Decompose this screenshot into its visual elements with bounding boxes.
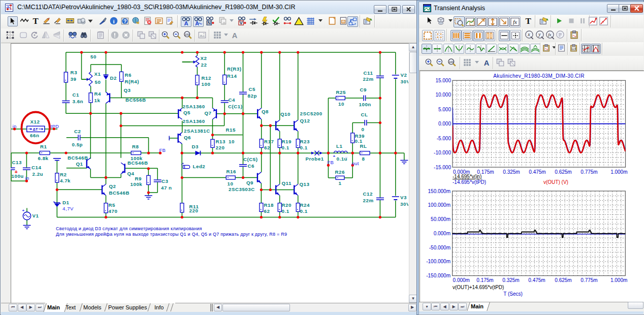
svg-text:100.000m: 100.000m: [428, 202, 450, 208]
svg-text:Q6: Q6: [184, 135, 191, 140]
svg-text:4,7V: 4,7V: [62, 206, 74, 211]
svg-text:C3: C3: [162, 178, 169, 184]
svg-text:FB: FB: [328, 160, 334, 165]
svg-text:V1: V1: [33, 213, 39, 218]
svg-text:C14: C14: [31, 165, 41, 170]
svg-text:100k: 100k: [131, 181, 143, 187]
svg-text:Q10: Q10: [280, 111, 291, 117]
svg-text:in: in: [13, 123, 17, 129]
svg-text:0.1: 0.1: [300, 145, 308, 150]
svg-text:2SC3503C: 2SC3503C: [229, 186, 255, 192]
svg-text:150.000m: 150.000m: [428, 188, 450, 194]
svg-text:FB: FB: [159, 147, 166, 153]
svg-text:-14.695*v(in): -14.695*v(in): [453, 174, 481, 179]
svg-text:-100.000m: -100.000m: [426, 259, 450, 264]
svg-text:50: 50: [90, 54, 96, 59]
svg-text:8: 8: [362, 156, 365, 162]
svg-text:66n: 66n: [30, 133, 39, 138]
svg-text:?: ?: [123, 19, 126, 24]
svg-text:100: 100: [449, 60, 454, 64]
svg-text:0.325m: 0.325m: [503, 169, 520, 175]
svg-text:5.000: 5.000: [438, 107, 451, 112]
svg-text:A: A: [232, 32, 238, 40]
svg-text:0.000: 0.000: [438, 121, 451, 127]
svg-text:X1: X1: [94, 71, 101, 77]
svg-text:R5: R5: [109, 202, 116, 208]
svg-text:C11: C11: [364, 70, 373, 76]
svg-text:v(OUT)+14.695*v(tPD): v(OUT)+14.695*v(tPD): [453, 285, 504, 290]
svg-text:A: A: [184, 20, 188, 26]
svg-text:C1: C1: [73, 92, 80, 98]
svg-text:BC546B: BC546B: [109, 190, 130, 196]
svg-text:v(OUT) (V): v(OUT) (V): [543, 179, 568, 185]
svg-text:R4: R4: [94, 91, 102, 97]
svg-text:10: 10: [228, 181, 234, 186]
svg-text:10.000: 10.000: [435, 92, 451, 98]
svg-text:0.625m: 0.625m: [555, 169, 571, 175]
svg-text:22: 22: [201, 62, 207, 68]
svg-text:fx: fx: [513, 19, 517, 25]
svg-text:100: 100: [202, 81, 211, 87]
svg-text:V3: V3: [400, 195, 407, 200]
svg-text:0.1: 0.1: [300, 208, 308, 214]
svg-text:T: T: [525, 16, 531, 25]
svg-text:R23: R23: [300, 139, 310, 144]
svg-text:R18: R18: [264, 202, 274, 208]
svg-text:Q7: Q7: [205, 110, 212, 116]
svg-text:R(R3): R(R3): [227, 66, 242, 72]
svg-text:0.5p: 0.5p: [72, 142, 83, 147]
svg-text:fx: fx: [548, 33, 551, 37]
svg-text:+: +: [22, 208, 25, 213]
svg-text:R2: R2: [60, 172, 67, 177]
svg-text:-50.000m: -50.000m: [429, 245, 450, 250]
svg-text:Q8: Q8: [262, 109, 269, 114]
svg-text:R8: R8: [132, 144, 139, 149]
svg-text:Q4: Q4: [127, 171, 135, 176]
svg-text:Q5: Q5: [183, 110, 190, 115]
svg-text:R9: R9: [135, 176, 142, 181]
svg-text:2SC5200: 2SC5200: [300, 111, 323, 116]
svg-text:1.000m: 1.000m: [610, 169, 627, 175]
svg-text:C5: C5: [249, 86, 256, 92]
svg-text:0.1u: 0.1u: [337, 156, 348, 162]
svg-text:2SA1360: 2SA1360: [183, 118, 205, 124]
svg-text:R3: R3: [71, 70, 78, 75]
svg-text:y: y: [538, 32, 541, 37]
svg-text:4.7k: 4.7k: [60, 178, 71, 183]
svg-text:T: T: [33, 16, 38, 25]
svg-text:R19: R19: [282, 139, 292, 144]
svg-text:R17: R17: [264, 139, 274, 144]
svg-text:6.8k: 6.8k: [38, 155, 49, 161]
svg-text:i: i: [113, 18, 114, 24]
svg-text:0.000m: 0.000m: [453, 277, 470, 283]
svg-text:0.625m: 0.625m: [555, 277, 571, 283]
svg-text:39: 39: [71, 76, 77, 82]
svg-text:A: A: [484, 59, 490, 67]
svg-text:R39: R39: [355, 133, 365, 139]
svg-text:1.000m: 1.000m: [610, 277, 627, 283]
svg-text:470: 470: [109, 208, 118, 214]
svg-text:R14: R14: [227, 73, 237, 79]
svg-text:out: out: [352, 161, 359, 166]
svg-text:62: 62: [264, 208, 270, 214]
svg-text:47 n: 47 n: [161, 185, 172, 191]
svg-text:BC556B: BC556B: [125, 97, 146, 103]
svg-text:C(C5): C(C5): [243, 156, 258, 162]
svg-text:Q9: Q9: [246, 180, 253, 185]
svg-text:62: 62: [264, 145, 270, 150]
svg-text:Q3: Q3: [124, 87, 131, 93]
svg-text:Светодод и диод D3 служат для: Светодод и диод D3 служат для симметриро…: [56, 226, 202, 231]
svg-text:C12: C12: [363, 191, 373, 197]
svg-text:0.175m: 0.175m: [476, 277, 493, 283]
svg-text:V: V: [240, 20, 243, 25]
svg-text:-5.000: -5.000: [437, 136, 452, 141]
svg-text:220: 220: [189, 208, 199, 213]
svg-text:R1: R1: [40, 144, 47, 149]
svg-text:+: +: [15, 169, 18, 175]
svg-text:D1: D1: [62, 200, 70, 205]
svg-text:1k: 1k: [94, 98, 101, 103]
svg-text:Для уменьшения дрейфа нуля на: Для уменьшения дрейфа нуля на выходе тра…: [56, 232, 287, 237]
svg-text:0.775m: 0.775m: [581, 277, 597, 283]
svg-text:220: 220: [216, 145, 225, 150]
svg-text:0.1: 0.1: [282, 208, 289, 214]
